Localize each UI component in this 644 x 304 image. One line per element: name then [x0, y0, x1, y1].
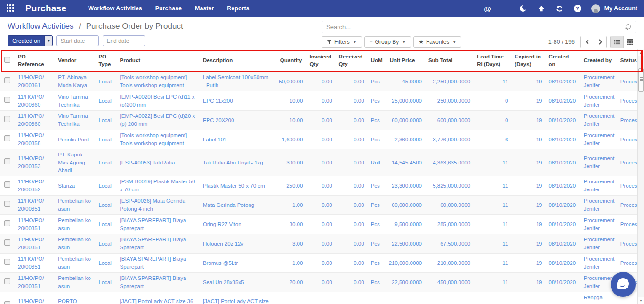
row-checkbox[interactable] — [4, 278, 10, 284]
vertical-scrollbar[interactable]: ▲ ▼ — [637, 49, 644, 304]
table-row[interactable]: 11/​HO/​PO/​20/​00353PT. Kapuk Mas Agung… — [0, 149, 637, 176]
row-checkbox[interactable] — [4, 201, 10, 207]
chevron-down-icon[interactable]: ▼ — [44, 36, 52, 46]
refresh-icon[interactable] — [555, 4, 564, 13]
record-range: 1-80 / 196 — [548, 39, 575, 45]
table-row[interactable]: 11/​HO/​PO/​20/​00360Vino Tamma Technika… — [0, 111, 637, 130]
livechat-button[interactable] — [611, 272, 636, 297]
row-checkbox[interactable] — [4, 259, 10, 265]
table-row[interactable]: 11/​HO/​PO/​20/​00351Pembelian ko asunLo… — [0, 234, 637, 254]
end-date-input[interactable] — [103, 35, 145, 46]
column-header-created_on[interactable]: Created on — [545, 49, 580, 72]
filters-button[interactable]: Filters ▼ — [322, 36, 362, 48]
cell-status: Process — [617, 91, 637, 111]
funnel-icon — [327, 40, 332, 45]
column-header-status[interactable]: Status — [617, 49, 637, 72]
group-by-button[interactable]: ≡ Group By ▼ — [364, 36, 411, 48]
pager: 1-80 / 196 — [548, 36, 636, 48]
column-header-sub_total[interactable]: Sub Total — [425, 49, 473, 72]
breadcrumb-workflow-activities[interactable]: Workflow Activities — [8, 22, 73, 31]
app-title[interactable]: Purchase — [25, 3, 66, 14]
column-header-po_type[interactable]: PO Type — [95, 49, 116, 72]
cell-sub_total: 60,000.0000 — [425, 196, 473, 215]
avatar[interactable] — [591, 4, 600, 13]
apps-grid-icon[interactable] — [7, 4, 15, 13]
column-header-vendor[interactable]: Vendor — [54, 49, 95, 72]
scroll-up-arrow-icon[interactable]: ▲ — [638, 49, 644, 56]
cell-uom: Pcs — [367, 91, 386, 111]
cell-lead_time: 11 — [473, 215, 511, 234]
created-on-filter-button[interactable]: Created on ▼ — [8, 35, 53, 46]
cell-quantity: 10.00 — [274, 91, 306, 111]
table-row[interactable]: 11/​HO/​PO/​20/​00361PT. Abinaya Muda Ka… — [0, 72, 637, 91]
table-row[interactable]: 11/​HO/​PO/​20/​00351Pembelian ko asunLo… — [0, 215, 637, 234]
cell-uom: Pcs — [367, 273, 386, 292]
row-checkbox[interactable] — [4, 220, 10, 226]
table-row[interactable]: 11/​HO/​PO/​20/​00368PORTO CLC/JKT/Local… — [0, 292, 637, 304]
row-checkbox[interactable] — [4, 116, 10, 122]
cell-received_qty: 0.00 — [335, 292, 367, 304]
arrow-up-icon[interactable] — [537, 4, 546, 13]
table-row[interactable]: 11/​HO/​PO/​20/​00358Perintis PrintLocal… — [0, 130, 637, 149]
row-checkbox[interactable] — [4, 301, 10, 304]
favorites-button[interactable]: ★ Favorites ▼ — [413, 36, 461, 48]
help-icon[interactable]: ? — [574, 5, 581, 12]
menu-purchase[interactable]: Purchase — [155, 5, 182, 12]
moon-icon[interactable] — [519, 4, 527, 13]
column-header-invoiced_qty[interactable]: Invoiced Qty — [306, 49, 335, 72]
column-header-received_qty[interactable]: Received Qty — [335, 49, 367, 72]
row-checkbox[interactable] — [4, 181, 10, 188]
row-checkbox[interactable] — [4, 239, 10, 246]
column-header-quantity[interactable]: Quantity — [274, 49, 306, 72]
column-header-description[interactable]: Description — [199, 49, 274, 72]
row-checkbox[interactable] — [4, 158, 10, 164]
cell-product: [ESP-A0026] Mata Gerinda Potong 4 inch — [116, 196, 199, 215]
column-header-expired_in[interactable]: Expired in (Days) — [511, 49, 545, 72]
column-header-created_by[interactable]: Created by — [580, 49, 617, 72]
cell-status: Process — [617, 111, 637, 130]
column-header-unit_price[interactable]: Unit Price — [386, 49, 425, 72]
column-header-product[interactable]: Product — [116, 49, 199, 72]
table-row[interactable]: 11/​HO/​PO/​20/​00360Vino Tamma Technika… — [0, 91, 637, 111]
column-header-po_ref[interactable]: PO Reference — [14, 49, 54, 72]
cell-lead_time: 11 — [473, 149, 511, 176]
column-header-uom[interactable]: UoM — [367, 49, 386, 72]
search-input[interactable] — [322, 21, 636, 33]
start-date-input[interactable] — [56, 35, 99, 46]
cell-lead_time: 0 — [473, 91, 511, 111]
scroll-down-arrow-icon[interactable]: ▼ — [638, 297, 644, 304]
row-checkbox[interactable] — [4, 97, 10, 103]
grid-view-toggle[interactable] — [623, 36, 636, 48]
menu-reports[interactable]: Reports — [227, 5, 249, 12]
table-row[interactable]: 11/​HO/​PO/​20/​00351Pembelian ko asunLo… — [0, 254, 637, 273]
next-page-button[interactable] — [594, 36, 606, 48]
cell-uom: Pcs — [367, 234, 386, 254]
search-icon[interactable] — [625, 23, 633, 31]
cell-lead_time: 11 — [473, 234, 511, 254]
list-view-toggle[interactable] — [611, 36, 623, 48]
table-row[interactable]: 11/​HO/​PO/​20/​00351Pembelian ko asunLo… — [0, 273, 637, 292]
cell-quantity: 30.00 — [274, 215, 306, 234]
scrollbar-thumb[interactable] — [638, 68, 644, 92]
cell-expired_in: 19 — [511, 130, 545, 149]
row-checkbox[interactable] — [4, 135, 10, 141]
cell-received_qty: 0.00 — [335, 273, 367, 292]
cell-description: Bromus @5Ltr — [199, 254, 274, 273]
cell-created_on: 08/10/2020 — [545, 91, 580, 111]
cell-description: Mata Gerinda Potong — [199, 196, 274, 215]
table-row[interactable]: 11/​HO/​PO/​20/​00352StanzaLocal[PSM-B00… — [0, 176, 637, 196]
scrollbar-track[interactable] — [638, 56, 644, 297]
previous-page-button[interactable] — [581, 36, 594, 48]
at-icon[interactable]: @ — [483, 4, 492, 13]
cell-uom: Pcs — [367, 130, 386, 149]
my-account-button[interactable]: My Account — [604, 5, 637, 12]
cell-expired_in: 19 — [511, 254, 545, 273]
select-all-checkbox[interactable] — [4, 57, 10, 63]
table-row[interactable]: 11/​HO/​PO/​20/​00351Pembelian ko asunLo… — [0, 196, 637, 215]
row-checkbox[interactable] — [4, 77, 10, 83]
row-checkbox-cell — [0, 130, 14, 149]
column-header-lead_time[interactable]: Lead Time RI (Days) — [473, 49, 511, 72]
menu-workflow-activities[interactable]: Workflow Activities — [88, 5, 142, 12]
menu-master[interactable]: Master — [195, 5, 214, 12]
page-title: Purchase Order by Product — [86, 22, 183, 31]
